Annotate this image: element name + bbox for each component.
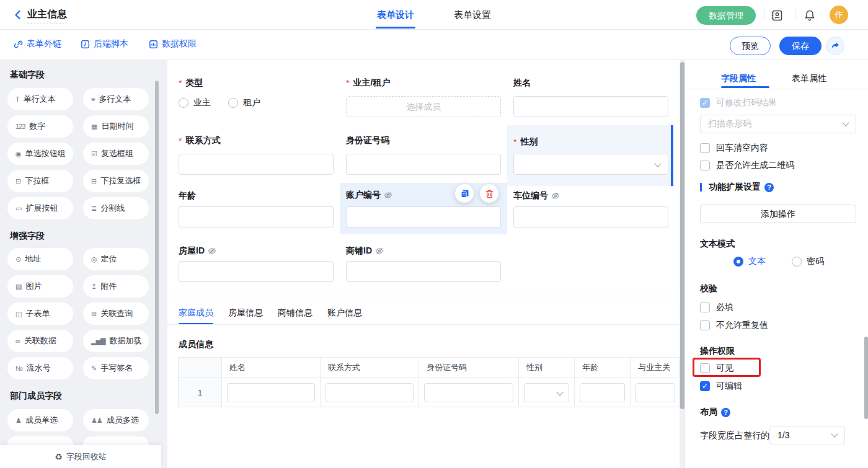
section-title-basic: 基础字段 <box>10 69 45 81</box>
house-id-input[interactable] <box>179 261 334 282</box>
checkbox-allow-qrcode[interactable]: 是否允许生成二维码 <box>700 160 794 171</box>
radio-circle[interactable] <box>792 257 802 267</box>
copy-icon <box>460 189 469 198</box>
field-item-member-multi[interactable]: ♟♟成员多选 <box>83 409 149 431</box>
tab-form-design[interactable]: 表单设计 <box>377 9 414 21</box>
sidebar-scrollbar[interactable] <box>155 81 159 414</box>
tab-field-properties[interactable]: 字段属性 <box>721 73 756 84</box>
gender-select[interactable] <box>513 154 668 175</box>
checkbox-editable[interactable]: ✓ 可编辑 <box>700 381 742 392</box>
data-permission-link[interactable]: 数据权限 <box>149 38 197 50</box>
back-icon[interactable] <box>12 9 24 20</box>
subtab-account-info[interactable]: 账户信息 <box>327 307 362 325</box>
checkbox-visible[interactable]: 可见 <box>700 363 733 374</box>
multi-line-text-icon: ≡ <box>91 95 94 103</box>
help-icon[interactable]: ? <box>721 408 730 417</box>
contact-input[interactable] <box>179 154 334 175</box>
field-item-radio-group[interactable]: ◉单选按钮组 <box>7 143 73 165</box>
radio-owner[interactable]: 业主 <box>179 97 211 108</box>
field-width-select[interactable]: 1/3 <box>769 426 845 444</box>
copy-field-button[interactable] <box>455 184 474 203</box>
help-icon[interactable]: ? <box>764 183 774 192</box>
field-item-serial-number[interactable]: №流水号 <box>7 357 73 379</box>
field-item-linked-data[interactable]: ∞关联数据 <box>7 330 73 352</box>
checkbox-checked[interactable]: ✓ <box>700 381 710 391</box>
col-age: 年龄 <box>575 358 631 377</box>
age-input[interactable] <box>179 206 334 227</box>
panel-scrollbar[interactable] <box>864 337 868 419</box>
radio-text-mode-text[interactable]: 文本 <box>733 256 766 267</box>
field-item-extend-button[interactable]: ▭扩展按钮 <box>7 197 73 219</box>
subtab-house-info[interactable]: 房屋信息 <box>228 307 263 325</box>
avatar[interactable]: 作 <box>830 6 848 24</box>
checkbox-unchecked[interactable] <box>700 143 710 153</box>
field-item-data-load[interactable]: ▂▅▇数据加载 <box>83 330 149 352</box>
account-input[interactable] <box>346 206 501 227</box>
field-item-multi-dropdown[interactable]: ⊟下拉复选框 <box>83 170 149 192</box>
field-item-single-line-text[interactable]: T单行文本 <box>7 88 73 110</box>
add-action-button[interactable]: 添加操作 <box>700 205 856 223</box>
field-item-checkbox-group[interactable]: ☑复选框组 <box>83 143 149 165</box>
shop-id-input[interactable] <box>346 261 501 282</box>
cell-id-number-input[interactable] <box>424 383 513 402</box>
radio-circle[interactable] <box>228 98 238 108</box>
field-item-divider-line[interactable]: ≣分割线 <box>83 197 149 219</box>
radio-tenant[interactable]: 租户 <box>228 97 260 108</box>
cell-name <box>222 377 321 407</box>
field-item-image[interactable]: ▧图片 <box>7 275 73 298</box>
field-item-subform[interactable]: ◫子表单 <box>7 302 73 325</box>
checkbox-checked-disabled[interactable]: ✓ <box>700 98 710 108</box>
checkbox-unchecked[interactable] <box>700 363 710 373</box>
checkbox-clear-on-enter[interactable]: 回车清空内容 <box>700 143 768 154</box>
field-item-number[interactable]: 123数字 <box>7 115 73 138</box>
checkbox-no-duplicate[interactable]: 不允许重复值 <box>700 320 768 331</box>
preview-button[interactable]: 预览 <box>730 37 771 55</box>
notification-bell-icon[interactable] <box>804 9 816 22</box>
cell-age-input[interactable] <box>580 383 625 402</box>
cell-gender-select[interactable] <box>524 383 569 402</box>
delete-field-button[interactable] <box>480 184 498 203</box>
subtab-shop-info[interactable]: 商铺信息 <box>278 307 312 325</box>
canvas-scrollbar[interactable] <box>680 62 684 409</box>
radio-selected[interactable] <box>733 257 743 267</box>
field-item-multi-line-text[interactable]: ≡多行文本 <box>83 88 149 110</box>
field-item-address[interactable]: ⊙地址 <box>7 248 73 270</box>
field-item-clipped[interactable] <box>83 436 149 445</box>
contacts-book-icon[interactable] <box>771 9 783 22</box>
checkbox-unchecked[interactable] <box>700 161 710 170</box>
radio-circle[interactable] <box>179 98 188 108</box>
radio-text-mode-password[interactable]: 密码 <box>792 256 824 267</box>
subtab-family-members[interactable]: 家庭成员 <box>179 307 213 325</box>
tab-form-properties[interactable]: 表单属性 <box>792 73 826 84</box>
checkbox-modify-scan-result[interactable]: ✓ 可修改扫码结果 <box>700 97 777 108</box>
data-manage-button[interactable]: 数据管理 <box>696 6 756 25</box>
field-label-house-id: 房屋ID <box>179 245 216 257</box>
backend-script-link[interactable]: 后端脚本 <box>81 38 128 50</box>
field-item-attachment[interactable]: ↥附件 <box>83 275 149 298</box>
field-item-clipped[interactable] <box>7 436 73 445</box>
tab-form-settings[interactable]: 表单设置 <box>454 9 491 21</box>
checkbox-required[interactable]: 必填 <box>700 302 733 313</box>
account-field-hovered[interactable]: 账户编号 <box>340 183 507 234</box>
field-item-location[interactable]: ◎定位 <box>83 248 149 270</box>
parking-input[interactable] <box>513 206 668 227</box>
id-number-input[interactable] <box>346 154 501 175</box>
name-input[interactable] <box>513 96 668 117</box>
field-recycle-bin[interactable]: ♻ 字段回收站 <box>0 445 161 468</box>
checkbox-unchecked[interactable] <box>700 320 710 330</box>
cell-relation-input[interactable] <box>636 383 675 402</box>
field-item-linked-query[interactable]: ⊞关联查询 <box>83 302 149 325</box>
save-button[interactable]: 保存 <box>779 37 822 55</box>
field-item-datetime[interactable]: ▦日期时间 <box>83 115 149 138</box>
gender-field-selected[interactable]: *性别 <box>507 125 673 186</box>
field-item-member-single[interactable]: ♟成员单选 <box>7 409 73 431</box>
member-picker-input[interactable]: 选择成员 <box>346 96 501 117</box>
checkbox-unchecked[interactable] <box>700 302 710 312</box>
field-item-signature[interactable]: ✎手写签名 <box>83 357 149 379</box>
cell-name-input[interactable] <box>227 383 315 402</box>
cell-contact-input[interactable] <box>326 383 414 402</box>
share-button[interactable] <box>826 37 844 55</box>
scan-mode-select[interactable]: 扫描条形码 <box>700 115 856 133</box>
form-external-link[interactable]: 表单外链 <box>14 38 61 50</box>
field-item-dropdown[interactable]: ⊡下拉框 <box>7 170 73 192</box>
